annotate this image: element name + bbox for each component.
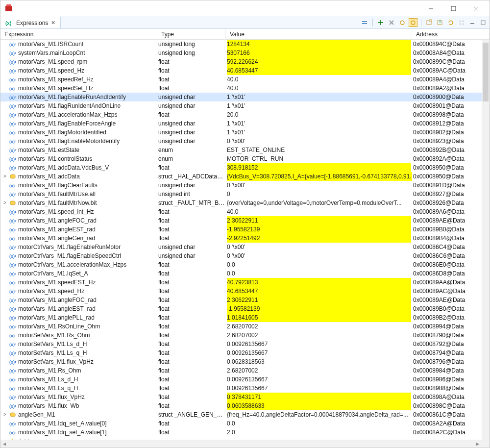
scrollbar-track[interactable] — [8, 440, 474, 448]
table-row[interactable]: (x)=motorVars_M1.flagMotorIdentifiedunsi… — [0, 128, 482, 137]
table-row[interactable]: (x)=motorVars_M1.speed_Hzfloat40.6853447… — [0, 287, 482, 296]
table-row[interactable]: (x)=motorVars_M1.Rs_Ohmfloat2.682070020x… — [0, 366, 482, 375]
table-row[interactable]: (x)=motorSetVars_M1.flux_VpHzfloat0.0628… — [0, 357, 482, 366]
close-button[interactable] — [469, 3, 483, 13]
table-row[interactable]: (x)=motorVars_M1.ISRCountunsigned long12… — [0, 40, 482, 49]
cell-value[interactable]: 0 '\x00' — [226, 181, 412, 190]
cell-value[interactable]: 0.0603588633 — [226, 401, 412, 410]
table-row[interactable]: (x)=motorVars_M1.angleEST_radfloat-1.955… — [0, 225, 482, 234]
cell-value[interactable]: {VdcBus_V=308.720825,I_A={value=[-1.8868… — [226, 172, 412, 181]
cell-value[interactable]: 1 '\x01' — [226, 128, 412, 137]
table-row[interactable]: (x)=motorVars_M1.flagEnableRunAndIdentif… — [0, 93, 482, 101]
cell-value[interactable]: 2.0 — [226, 428, 412, 437]
cell-value[interactable]: 2.30622911 — [226, 296, 412, 304]
table-row[interactable]: (x)=motorVars_M1.anglePLL_radfloat1.0184… — [0, 313, 482, 322]
cell-value[interactable]: 2.68207002 — [226, 366, 412, 375]
table-row[interactable]: (x)=motorVars_M1.accelerationMax_Hzpsflo… — [0, 110, 482, 119]
maximize-button[interactable] — [446, 3, 460, 13]
scroll-right-icon[interactable]: ► — [474, 441, 482, 447]
table-row[interactable]: (x)=motorVars_M1.faultMtrUse.allunsigned… — [0, 190, 482, 199]
cell-value[interactable]: 0.0 — [226, 419, 412, 428]
table-row[interactable]: (x)=motorVars_M1.flagEnableForceAngleuns… — [0, 119, 482, 128]
cell-value[interactable]: 1 '\x01' — [226, 93, 412, 101]
cell-value[interactable]: -2.92251492 — [226, 234, 412, 243]
cell-value[interactable]: 0.00926135667 — [226, 348, 412, 357]
cell-value[interactable]: 0.00926135667 — [226, 384, 412, 393]
cell-value[interactable]: 40.7923813 — [226, 278, 412, 287]
table-row[interactable]: (x)=motorVars_M1.controlStatusenum MOTOR… — [0, 154, 482, 163]
minimize-view-button[interactable] — [468, 18, 477, 27]
cell-value[interactable]: -1.95582139 — [226, 304, 412, 313]
table-row[interactable]: (x)=motorVars_M1.flux_Wbfloat0.060358863… — [0, 401, 482, 410]
cell-value[interactable]: 1284134 — [226, 40, 412, 49]
menu-button[interactable] — [457, 18, 466, 27]
table-row[interactable]: >angleGen_M1struct _ANGLE_GEN_Obj_{freq_… — [0, 410, 482, 419]
table-row[interactable]: (x)=motorVars_M1.flagClearFaultsunsigned… — [0, 181, 482, 190]
auto-refresh-button[interactable] — [409, 18, 417, 27]
table-row[interactable]: (x)=motorSetVars_M1.Ls_d_Hfloat0.0092613… — [0, 340, 482, 348]
table-row[interactable]: (x)=motorVars_M1.speedRef_Hzfloat40.00x0… — [0, 75, 482, 84]
table-row[interactable]: (x)=motorCtrlVars_M1.accelerationMax_Hzp… — [0, 260, 482, 269]
table-row[interactable]: (x)=motorVars_M1.Ls_q_Hfloat0.0092613566… — [0, 384, 482, 393]
table-row[interactable]: (x)=motorCtrlVars_M1.IqSet_Afloat0.00x00… — [0, 269, 482, 278]
cell-value[interactable]: 592.226624 — [226, 57, 412, 66]
remove-button[interactable] — [387, 18, 396, 27]
cell-value[interactable]: EST_STATE_ONLINE — [226, 146, 412, 154]
tab-expressions[interactable]: (x) Expressions ✕ — [0, 16, 61, 28]
table-row[interactable]: (x)=motorVars_M1.angleGen_radfloat-2.922… — [0, 234, 482, 243]
horizontal-scrollbar[interactable]: ◄ ► — [0, 440, 482, 448]
cell-value[interactable]: 0.00926135667 — [226, 375, 412, 384]
table-row[interactable]: (x)=motorVars_M1.RsOnLine_Ohmfloat2.6820… — [0, 322, 482, 331]
cell-value[interactable]: 2.30622911 — [226, 216, 412, 225]
table-row[interactable]: (x)=motorVars_M1.adcData.VdcBus_Vfloat30… — [0, 163, 482, 172]
table-row[interactable]: (x)=motorSetVars_M1.Ls_q_Hfloat0.0092613… — [0, 348, 482, 357]
collapse-all-button[interactable] — [360, 18, 369, 27]
cell-value[interactable]: 0.0 — [226, 260, 412, 269]
table-row[interactable]: (x)=motorCtrlVars_M1.flagEnableRunMotoru… — [0, 243, 482, 251]
vertical-scrollbar[interactable] — [482, 40, 490, 440]
header-address[interactable]: Address — [412, 29, 490, 39]
table-row[interactable]: (x)=motorVars_M1.estStateenum EST_STATE_… — [0, 146, 482, 154]
minimize-button[interactable] — [424, 3, 438, 13]
cell-value[interactable]: 0.0628318563 — [226, 357, 412, 366]
table-row[interactable]: (x)=motorVars_M1.speed_int_Hzfloat40.00x… — [0, 207, 482, 216]
table-row[interactable]: >motorVars_M1.adcDatastruct _HAL_ADCData… — [0, 172, 482, 181]
table-row[interactable]: >motorVars_M1.faultMtrNow.bitstruct _FAU… — [0, 199, 482, 207]
expand-icon[interactable]: > — [2, 199, 7, 207]
table-row[interactable]: (x)=motorVars_M1.flux_VpHzfloat0.3784311… — [0, 393, 482, 401]
cell-value[interactable]: 1.01841605 — [226, 313, 412, 322]
table-row[interactable]: (x)=motorVars_M1.flagEnableMotorIdentify… — [0, 137, 482, 146]
table-row[interactable]: (x)=motorVars_M1.angleFOC_radfloat2.3062… — [0, 296, 482, 304]
table-row[interactable]: (x)=motorVars_M1.Idq_set_A.value[0]float… — [0, 419, 482, 428]
cell-value[interactable]: 0 '\x00' — [226, 243, 412, 251]
cell-value[interactable]: 308.918152 — [226, 163, 412, 172]
export-button[interactable] — [446, 18, 455, 27]
cell-value[interactable]: 1 '\x01' — [226, 119, 412, 128]
cell-value[interactable]: {overVoltage=0,underVoltage=0,motorOverT… — [226, 199, 412, 207]
cell-value[interactable]: 1 '\x01' — [226, 101, 412, 110]
table-row[interactable]: (x)=motorVars_M1.angleFOC_radfloat2.3062… — [0, 216, 482, 225]
scroll-left-icon[interactable]: ◄ — [0, 441, 8, 447]
new-tab-button[interactable] — [425, 18, 434, 27]
header-type[interactable]: Type — [157, 29, 226, 39]
tab-close-icon[interactable]: ✕ — [51, 20, 55, 26]
table-row[interactable]: (x)=motorVars_M1.Ls_d_Hfloat0.0092613566… — [0, 375, 482, 384]
cell-value[interactable]: 40.0 — [226, 207, 412, 216]
cell-value[interactable]: 5307166 — [226, 49, 412, 57]
maximize-view-button[interactable] — [479, 18, 488, 27]
table-row[interactable]: (x)=motorSetVars_M1.Rs_Ohmfloat2.6820700… — [0, 331, 482, 340]
table-row[interactable]: (x)=motorVars_M1.speedSet_Hzfloat40.00x0… — [0, 84, 482, 93]
cell-value[interactable]: 2.68207002 — [226, 322, 412, 331]
cell-value[interactable]: 0 '\x00' — [226, 137, 412, 146]
cell-value[interactable]: MOTOR_CTRL_RUN — [226, 154, 412, 163]
cell-value[interactable]: 40.0 — [226, 84, 412, 93]
cell-value[interactable]: 20.0 — [226, 110, 412, 119]
cell-value[interactable]: 0.0 — [226, 269, 412, 278]
cell-value[interactable]: 40.6853447 — [226, 66, 412, 75]
table-row[interactable]: (x)=motorVars_M1.angleEST_radfloat-1.955… — [0, 304, 482, 313]
table-row[interactable]: (x)=motorCtrlVars_M1.flagEnableSpeedCtrl… — [0, 251, 482, 260]
cell-value[interactable]: {freq_Hz=40.0,angleDeltaFactor=0.0004188… — [226, 410, 412, 419]
table-row[interactable]: (x)=systemVars.mainLoopCntunsigned long5… — [0, 49, 482, 57]
cell-value[interactable]: 40.6853447 — [226, 287, 412, 296]
table-row[interactable]: (x)=motorVars_M1.speed_rpmfloat592.22662… — [0, 57, 482, 66]
